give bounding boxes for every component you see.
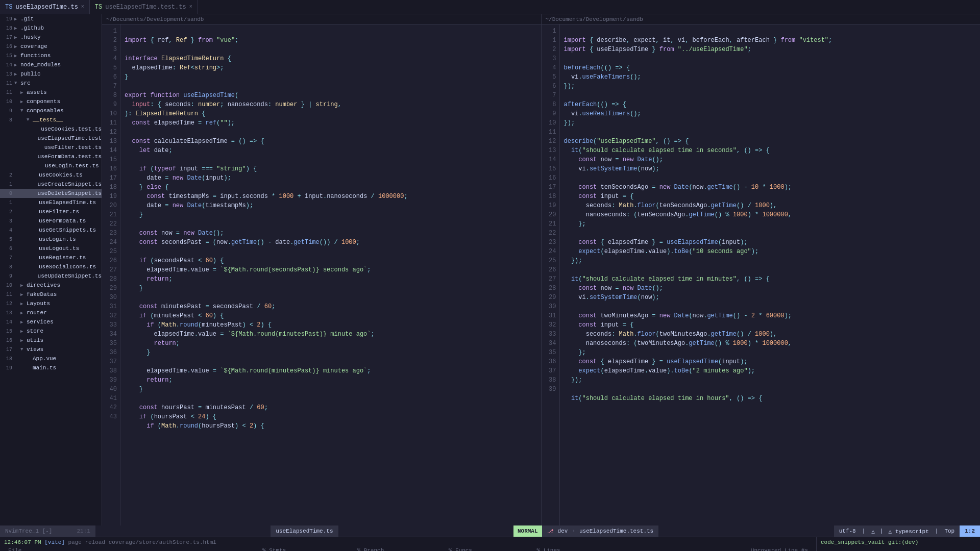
sidebar-item-github[interactable]: 18 ▶ .github	[0, 23, 102, 33]
sidebar-item-useLoginTest[interactable]: useLogin.test.ts	[0, 161, 102, 170]
sidebar-item-composables[interactable]: 9 ▼ composables	[0, 106, 102, 115]
right-cursor-pos: 1:2	[960, 525, 980, 537]
left-vim-statusline: NvimTree_1 [-] 21:1 useElapsedTime.ts NO…	[0, 525, 980, 537]
left-filename-info: useElapsedTime.ts	[271, 525, 338, 537]
sidebar-item-useLogout[interactable]: 6 useLogout.ts	[0, 244, 102, 253]
sidebar-item-useDeleteSnippet[interactable]: 0 useDeleteSnippet.ts	[0, 189, 102, 198]
right-breadcrumb: ~/Documents/Development/sandb	[542, 14, 981, 24]
right-pos-label: 1:2	[965, 528, 975, 534]
sidebar-item-components[interactable]: 10 ▶ components	[0, 97, 102, 106]
left-line-numbers: 1 2 3 4 5 6 7 8 9 10 11 12 13 14	[102, 24, 120, 525]
sidebar-item-useGetSnippets[interactable]: 4 useGetSnippets.ts	[0, 226, 102, 235]
left-editor-pane: ~/Documents/Development/sandb 1 2 3 4 5 …	[102, 14, 542, 525]
sidebar-item-husky[interactable]: 17 ▶ .husky	[0, 33, 102, 42]
sidebar-item-app-vue[interactable]: 18 App.vue	[0, 354, 102, 363]
sidebar-item-useFilter[interactable]: 2 useFilter.ts	[0, 207, 102, 216]
right-mode-badge: NORMAL	[513, 525, 542, 537]
vite-reload-msg: 12:46:07 PM [vite] page reload coverage/…	[4, 539, 812, 545]
right-terminal: code_snippets_vault git:(dev)	[817, 537, 980, 551]
vite-timestamp: 12:46:07 PM	[4, 539, 41, 545]
close-tab-1[interactable]: ×	[81, 4, 84, 10]
right-status-separator: ›	[572, 528, 575, 534]
sidebar-item-useCookies[interactable]: 2 useCookies.ts	[0, 170, 102, 180]
sidebar-item-utils[interactable]: 16 ▶ utils	[0, 336, 102, 345]
sidebar-item-services[interactable]: 14 ▶ services	[0, 317, 102, 327]
sidebar-item-useElapsedTime[interactable]: 1 useElapsedTime.ts	[0, 198, 102, 207]
sidebar-item-useElapsedTimeTest[interactable]: useElapsedTime.test	[0, 134, 102, 143]
sidebar-item-useLogin[interactable]: 5 useLogin.ts	[0, 235, 102, 244]
sidebar-item-public[interactable]: 13 ▶ public	[0, 69, 102, 79]
left-breadcrumb: ~/Documents/Development/sandb	[102, 14, 541, 24]
bottom-terminal-area: 12:46:07 PM [vite] page reload coverage/…	[0, 537, 980, 551]
sidebar-item-node-modules[interactable]: 14 ▶ node_modules	[0, 60, 102, 69]
left-mode-info: NvimTree_1 [-] 21:1	[0, 525, 95, 537]
sidebar-item-useSocialIcons[interactable]: 8 useSocialIcons.ts	[0, 262, 102, 271]
sidebar-item-useRegister[interactable]: 7 useRegister.ts	[0, 253, 102, 262]
left-editor-body: 1 2 3 4 5 6 7 8 9 10 11 12 13 14	[102, 24, 541, 525]
sidebar-item-useFilterTest[interactable]: useFilter.test.ts	[0, 143, 102, 152]
sidebar-item-views[interactable]: 17 ▼ views	[0, 345, 102, 354]
right-encoding-info: utf-8 | △ | △ typescript | Top	[834, 525, 960, 537]
sidebar-item-layouts[interactable]: 12 ▶ Layouts	[0, 299, 102, 308]
editors-area: ~/Documents/Development/sandb 1 2 3 4 5 …	[102, 14, 980, 525]
left-terminal: 12:46:07 PM [vite] page reload coverage/…	[0, 537, 817, 551]
sidebar-item-fakeDatas[interactable]: 11 ▶ fakeDatas	[0, 290, 102, 299]
git-info-label: code_snippets_vault git:(dev)	[821, 539, 976, 545]
coverage-table: File % Stmts % Branch % Funcs % Lines Un…	[4, 546, 812, 551]
sidebar-item-assets[interactable]: 11 ▶ assets	[0, 88, 102, 97]
sidebar-item-src[interactable]: 11 ▼ src	[0, 79, 102, 88]
sidebar-item-useFormData[interactable]: 3 useFormData.ts	[0, 216, 102, 226]
right-code-content[interactable]: import { describe, expect, it, vi, befor…	[560, 24, 981, 525]
sidebar-item-store[interactable]: 15 ▶ store	[0, 327, 102, 336]
sidebar-item-git[interactable]: 19 ▶ .git	[0, 14, 102, 23]
normal-mode-label: NORMAL	[518, 528, 538, 534]
sidebar-item-main-ts[interactable]: 19 main.ts	[0, 363, 102, 372]
left-editor-filename: useElapsedTime.ts	[276, 528, 333, 534]
sidebar-item-directives[interactable]: 10 ▶ directives	[0, 281, 102, 290]
right-line-numbers: 1 1 2 3 4 5 6 7 8 9 10 11 12 13	[542, 24, 560, 525]
test-file-icon: TS	[95, 4, 102, 11]
sidebar-item-router[interactable]: 13 ▶ router	[0, 308, 102, 317]
tab-label-2: useElapsedTime.test.ts	[105, 4, 186, 11]
vite-action: page reload	[68, 539, 108, 545]
tab-label-1: useElapsedTime.ts	[15, 4, 78, 11]
left-breadcrumb-text: ~/Documents/Development/sandb	[106, 16, 204, 22]
left-code-content[interactable]: import { ref, Ref } from "vue"; interfac…	[120, 24, 541, 525]
left-nvimtree-label: NvimTree_1 [-]	[5, 528, 52, 534]
file-tree-sidebar: 19 ▶ .git 18 ▶ .github 17 ▶ .husky 16 ▶ …	[0, 14, 102, 525]
tab-bar: TS useElapsedTime.ts × TS useElapsedTime…	[0, 0, 980, 14]
right-breadcrumb-text: ~/Documents/Development/sandb	[546, 16, 643, 22]
right-branch-label: dev	[558, 528, 568, 534]
sidebar-item-useUpdateSnippet[interactable]: 9 useUpdateSnippet.ts	[0, 271, 102, 281]
right-editor-body: 1 1 2 3 4 5 6 7 8 9 10 11 12 13	[542, 24, 981, 525]
sidebar-item-useCookiesTest[interactable]: useCookies.test.ts	[0, 124, 102, 134]
sidebar-item-useCreateSnippet[interactable]: 1 useCreateSnippet.ts	[0, 180, 102, 189]
tab-useElapsedTimeTest[interactable]: TS useElapsedTime.test.ts ×	[90, 0, 198, 14]
sidebar-item-tests-dir[interactable]: 8 ▼ __tests__	[0, 115, 102, 124]
sidebar-item-coverage[interactable]: 16 ▶ coverage	[0, 42, 102, 51]
tab-useElapsedTime[interactable]: TS useElapsedTime.ts ×	[0, 0, 90, 14]
vite-file: coverage/store/authStore.ts.html	[109, 539, 216, 545]
right-editor-pane: ~/Documents/Development/sandb 1 1 2 3 4 …	[542, 14, 981, 525]
main-layout: 19 ▶ .git 18 ▶ .github 17 ▶ .husky 16 ▶ …	[0, 14, 980, 525]
branch-icon: ⎇	[547, 528, 554, 535]
sidebar-item-useFormDataTest[interactable]: useFormData.test.ts	[0, 152, 102, 161]
sidebar-item-functions[interactable]: 15 ▶ functions	[0, 51, 102, 60]
arrow-git: ▶	[14, 16, 20, 22]
right-branch-info: ⎇ dev › useElapsedTime.test.ts	[542, 525, 659, 537]
close-tab-2[interactable]: ×	[189, 4, 192, 10]
right-test-filename: useElapsedTime.test.ts	[579, 528, 653, 534]
ts-file-icon: TS	[5, 4, 12, 11]
